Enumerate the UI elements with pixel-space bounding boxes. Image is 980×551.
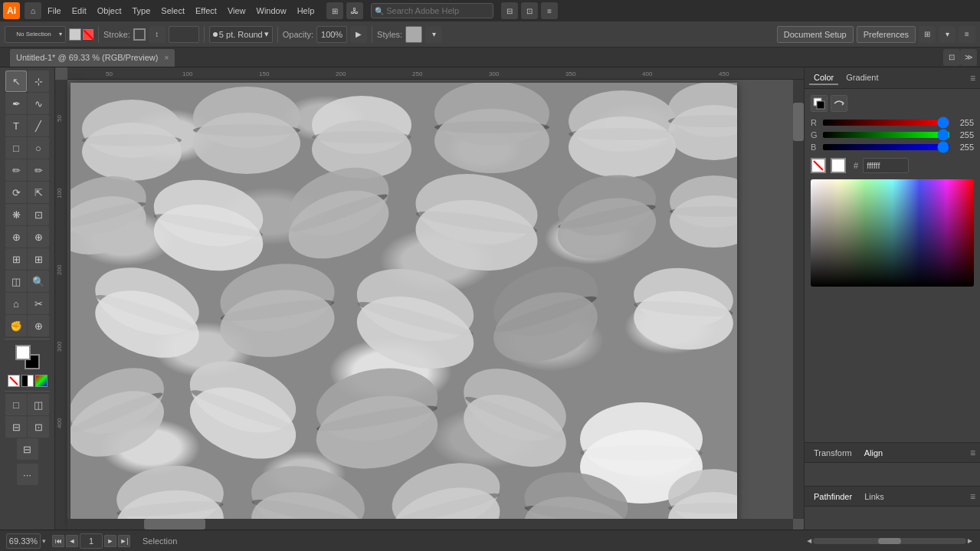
opacity-input[interactable] xyxy=(316,26,347,43)
paintbrush-tool[interactable]: ✏ xyxy=(5,159,27,181)
gradient-tool[interactable]: ◫ xyxy=(5,271,27,292)
more-options-icon[interactable]: ▾ xyxy=(939,26,955,43)
color-panel-options-icon[interactable]: ≡ xyxy=(970,73,975,84)
draw-mode-inside[interactable]: ⊟ xyxy=(5,416,27,438)
live-paint-tool[interactable]: ⊕ xyxy=(28,226,49,248)
panel-options-icon[interactable]: ≫ xyxy=(960,49,977,66)
artboard-tools-icon[interactable]: ⊞ xyxy=(919,26,936,43)
shape-builder-tool[interactable]: ⊕ xyxy=(5,226,27,248)
warp-tool[interactable]: ❋ xyxy=(5,204,27,225)
workspace-icon[interactable]: ⊞ xyxy=(326,2,343,19)
selection-dropdown[interactable]: No Selection ▾ xyxy=(5,26,66,43)
nav-last-button[interactable]: ►| xyxy=(118,535,130,547)
tab-gradient[interactable]: Gradient xyxy=(841,71,883,85)
direct-selection-tool[interactable]: ⊹ xyxy=(28,71,49,92)
fill-indicator[interactable] xyxy=(811,95,828,112)
transform-panel-options-icon[interactable]: ≡ xyxy=(970,448,975,458)
menu-view[interactable]: View xyxy=(223,5,251,17)
rect-tool[interactable]: □ xyxy=(5,137,27,159)
home-button[interactable]: ⌂ xyxy=(25,2,41,19)
menu-file[interactable]: File xyxy=(43,5,66,17)
scroll-left-btn[interactable]: ◄ xyxy=(805,536,813,545)
scroll-track[interactable] xyxy=(813,538,966,544)
zoom-dropdown-icon[interactable]: ▾ xyxy=(42,537,46,545)
menu-object[interactable]: Object xyxy=(93,5,126,17)
pencil-tool[interactable]: ✏ xyxy=(28,159,49,181)
scroll-thumb[interactable] xyxy=(878,538,901,544)
fg-bg-swatches[interactable] xyxy=(15,345,40,369)
workspace-switcher[interactable]: 🖧 xyxy=(346,2,363,19)
perspective-tool[interactable]: ⊞ xyxy=(5,248,27,270)
color-spectrum[interactable] xyxy=(811,179,974,287)
more-tools-button[interactable]: ··· xyxy=(17,464,38,485)
tab-close-button[interactable]: × xyxy=(164,54,169,62)
toolbar-collapse-icon[interactable]: ≡ xyxy=(959,26,975,43)
canvas-document[interactable] xyxy=(70,83,737,527)
scissors-tool[interactable]: ✂ xyxy=(28,293,49,314)
ellipse-tool[interactable]: ○ xyxy=(28,137,49,159)
tab-links[interactable]: Links xyxy=(860,490,889,503)
free-transform-tool[interactable]: ⊡ xyxy=(28,204,49,225)
tab-color[interactable]: Color xyxy=(809,71,838,85)
fill-color-swatch[interactable] xyxy=(69,28,81,41)
draw-mode-normal[interactable]: □ xyxy=(5,394,27,415)
r-slider[interactable] xyxy=(823,120,949,126)
stroke-indicator[interactable] xyxy=(83,29,93,40)
zoom-tool[interactable]: ⊕ xyxy=(28,315,49,336)
search-box[interactable]: 🔍 xyxy=(371,3,493,18)
nav-next-button[interactable]: ► xyxy=(104,535,116,547)
more-btn[interactable]: ≡ xyxy=(541,2,558,19)
hex-color-input[interactable] xyxy=(863,158,909,173)
b-slider[interactable] xyxy=(823,144,949,150)
preferences-button[interactable]: Preferences xyxy=(857,26,916,43)
zoom-input[interactable] xyxy=(6,533,41,549)
white-swatch[interactable] xyxy=(831,158,846,173)
line-tool[interactable]: ╱ xyxy=(28,115,49,136)
stroke-color-swatch[interactable] xyxy=(133,28,146,41)
menu-type[interactable]: Type xyxy=(128,5,156,17)
style-swatch[interactable] xyxy=(405,26,422,43)
artboard-tool[interactable]: ⊟ xyxy=(17,438,38,460)
pathfinder-panel-options-icon[interactable]: ≡ xyxy=(970,491,975,502)
panel-toggle-btn[interactable]: ⊟ xyxy=(501,2,518,19)
scrollbar-thumb-v[interactable] xyxy=(793,103,804,141)
menu-select[interactable]: Select xyxy=(156,5,189,17)
g-slider[interactable] xyxy=(823,132,949,138)
hand-tool[interactable]: ✊ xyxy=(5,315,27,336)
black-white-swatch[interactable] xyxy=(21,375,34,387)
draw-mode-behind[interactable]: ◫ xyxy=(28,394,49,415)
stroke-arrow-icon[interactable]: ↕ xyxy=(149,26,166,43)
foreground-color-swatch[interactable] xyxy=(15,345,31,360)
panel-arrange-icon[interactable]: ⊡ xyxy=(943,49,960,66)
no-color-swatch[interactable] xyxy=(8,375,20,387)
no-paint-swatch[interactable] xyxy=(811,158,826,173)
style-dropdown-icon[interactable]: ▾ xyxy=(425,26,442,43)
curvature-tool[interactable]: ∿ xyxy=(28,93,49,114)
eyedropper-tool[interactable]: 🔍 xyxy=(28,271,49,292)
pen-tool[interactable]: ✒ xyxy=(5,93,27,114)
scrollbar-thumb-h[interactable] xyxy=(144,519,205,530)
blend-tool[interactable]: ⌂ xyxy=(5,293,27,314)
mesh-tool[interactable]: ⊞ xyxy=(28,248,49,270)
selection-tool[interactable]: ↖ xyxy=(5,71,27,92)
tab-transform[interactable]: Transform xyxy=(809,447,857,459)
document-tab[interactable]: Untitled-1* @ 69.33 % (RGB/Preview) × xyxy=(9,48,175,67)
tab-pathfinder[interactable]: Pathfinder xyxy=(809,490,857,503)
rotate-tool[interactable]: ⟳ xyxy=(5,182,27,203)
nav-prev-button[interactable]: ◄ xyxy=(66,535,78,547)
scrollbar-vertical[interactable] xyxy=(793,80,804,519)
brush-size-selector[interactable]: 5 pt. Round ▾ xyxy=(209,26,273,43)
gradient-swatch[interactable] xyxy=(35,375,48,387)
scrollbar-horizontal[interactable] xyxy=(67,519,793,530)
stroke-indicator-panel[interactable] xyxy=(831,95,847,112)
menu-edit[interactable]: Edit xyxy=(67,5,91,17)
page-input[interactable] xyxy=(80,533,103,549)
scroll-right-btn[interactable]: ► xyxy=(966,536,974,545)
arrange-btn[interactable]: ⊡ xyxy=(521,2,538,19)
stroke-weight-input[interactable] xyxy=(169,26,199,43)
menu-help[interactable]: Help xyxy=(293,5,320,17)
menu-effect[interactable]: Effect xyxy=(191,5,221,17)
tab-align[interactable]: Align xyxy=(860,447,887,459)
type-tool[interactable]: T xyxy=(5,115,27,136)
nav-first-button[interactable]: ⏮ xyxy=(52,535,64,547)
